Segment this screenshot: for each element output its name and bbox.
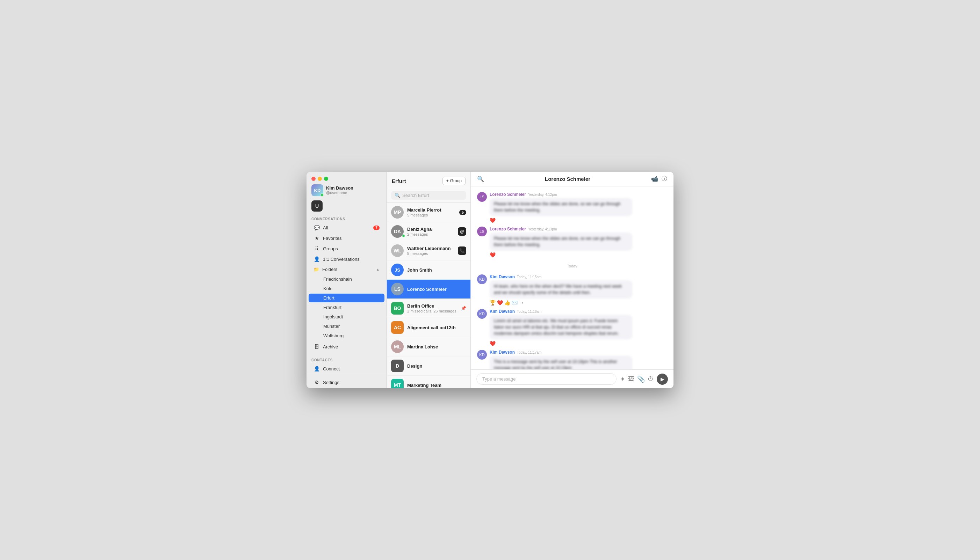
reaction-heart-3: ❤️ (497, 300, 503, 305)
folder-wolfsburg[interactable]: Wolfsburg (309, 331, 385, 340)
conv-info-lorenzo: Lorenzo Schmeler (407, 287, 466, 292)
berlin-pin-icon: 📌 (461, 306, 466, 311)
chat-search-icon[interactable]: 🔍 (477, 176, 484, 182)
conv-item-john[interactable]: JS John Smith (387, 260, 470, 280)
folders-chevron: ▲ (376, 267, 380, 271)
folder-friedrichshain[interactable]: Friedrichshain (309, 275, 385, 283)
folder-munster[interactable]: Münster (309, 322, 385, 331)
sidebar-item-settings[interactable]: ⚙ Settings (309, 377, 385, 387)
conv-item-design[interactable]: D Design (387, 357, 470, 376)
conversations-panel: Erfurt + Group 🔍 MP Marcella Pierrot 5 m… (387, 172, 471, 388)
maximize-button[interactable] (324, 177, 328, 181)
msg-avatar-kim2: KD (477, 309, 487, 319)
groups-icon: ⠿ (313, 246, 320, 252)
msg-avatar-kim3: KD (477, 350, 487, 360)
sidebar-item-favorites[interactable]: ★ Favorites (309, 233, 385, 243)
conv-item-alignment[interactable]: AC Alignment call oct12th (387, 318, 470, 337)
conv-name-marcella: Marcella Pierrot (407, 207, 456, 213)
conv-avatar-lorenzo: LS (391, 283, 404, 295)
msg-content-earlier2: Lorenzo Schmeler Yesterday, 4:13pm Pleas… (490, 227, 632, 258)
send-button[interactable]: ▶ (657, 373, 668, 385)
folders-icon: 📁 (313, 267, 319, 272)
msg-bubble-earlier: Please let me know when the slides are d… (490, 198, 632, 216)
sidebar-item-connect[interactable]: 👤 Connect (309, 364, 385, 373)
conv-avatar-marketing: MT (391, 379, 404, 388)
conv-name-deniz: Deniz Agha (407, 227, 454, 232)
conv-item-berlin[interactable]: BO Berlin Office 2 missed calls, 26 mess… (387, 299, 470, 318)
minimize-button[interactable] (318, 177, 322, 181)
msg-bubble-earlier2: Please let me know when the slides are d… (490, 233, 632, 251)
conv-info-design: Design (407, 363, 466, 369)
message-input[interactable] (477, 373, 617, 385)
msg-content-kim1: Kim Dawson Today, 11:15am Hi team, who h… (490, 274, 632, 305)
conv-info-marketing: Marketing Team (407, 383, 466, 388)
conv-icon-walther: 📞 (458, 247, 466, 255)
workspace-icon[interactable]: U (311, 200, 323, 212)
conv-name-martina: Martina Lohse (407, 344, 466, 350)
conv-item-lorenzo[interactable]: LS Lorenzo Schmeler (387, 280, 470, 299)
conv-item-deniz[interactable]: DA Deniz Agha 2 messages @ (387, 222, 470, 241)
sidebar-item-all[interactable]: 💬 All 7 (309, 223, 385, 233)
attachment-icon[interactable]: 📎 (637, 375, 645, 383)
chat-title: Lorenzo Schmeler (488, 176, 648, 182)
msg-author-kim3: Kim Dawson (490, 350, 515, 355)
groups-label: Groups (323, 246, 338, 252)
search-area: 🔍 (387, 188, 470, 203)
msg-time-kim1: Today, 11:15am (517, 275, 541, 279)
conv-sub-deniz: 2 messages (407, 232, 454, 237)
conv-item-martina[interactable]: ML Martina Lohse (387, 337, 470, 357)
msg-avatar-kim1: KD (477, 274, 487, 284)
all-icon: 💬 (313, 225, 320, 230)
day-divider: Today (477, 261, 667, 271)
conv-item-marketing[interactable]: MT Marketing Team (387, 376, 470, 388)
folder-ingolstadt[interactable]: Ingolstadt (309, 312, 385, 321)
contacts-section-label: CONTACTS (306, 355, 386, 363)
archive-icon: 🗄 (313, 344, 320, 350)
messages-area: LS Lorenzo Schmeler Yesterday, 4:12pm Pl… (471, 187, 674, 369)
one-on-one-icon: 👤 (313, 256, 320, 262)
reaction-trophy: 🏆 (490, 300, 496, 305)
image-icon[interactable]: 🖼 (628, 375, 634, 383)
reaction-arrow: → (519, 300, 524, 305)
folder-frankfurt[interactable]: Frankfurt (309, 303, 385, 312)
all-badge: 7 (373, 225, 380, 230)
msg-bubble-kim3: This is a message sent by the self user … (490, 356, 632, 369)
user-info: Kim Dawson @username (326, 185, 353, 195)
msg-avatar-lorenzo-early2: LS (477, 227, 487, 237)
sparkle-icon[interactable]: ✦ (620, 375, 625, 383)
panel-header: Erfurt + Group (387, 172, 470, 188)
favorites-label: Favorites (323, 236, 341, 241)
conv-item-marcella[interactable]: MP Marcella Pierrot 5 messages 5 (387, 203, 470, 222)
chat-header: 🔍 Lorenzo Schmeler 📹 ⓘ (471, 172, 674, 187)
sidebar-item-one-on-one[interactable]: 👤 1:1 Conversations (309, 254, 385, 264)
sidebar-item-groups[interactable]: ⠿ Groups (309, 244, 385, 253)
conv-item-walther[interactable]: WL Walther Liebermann 5 messages 📞 (387, 241, 470, 260)
all-label: All (323, 225, 328, 230)
message-row-kim3: KD Kim Dawson Today, 11:17am This is a m… (477, 350, 667, 369)
conv-sub-walther: 5 messages (407, 252, 454, 255)
folders-label: Folders (322, 267, 337, 272)
info-button[interactable]: ⓘ (662, 175, 667, 183)
video-call-button[interactable]: 📹 (651, 176, 658, 182)
conv-info-deniz: Deniz Agha 2 messages (407, 227, 454, 237)
conv-avatar-design: D (391, 360, 404, 372)
message-row-kim1: KD Kim Dawson Today, 11:15am Hi team, wh… (477, 274, 667, 305)
folder-erfurt[interactable]: Erfurt (309, 293, 385, 302)
msg-author-earlier: Lorenzo Schmeler (490, 192, 526, 197)
conv-name-walther: Walther Liebermann (407, 246, 454, 251)
sidebar: KD Kim Dawson @username U CONVERSATIONS … (306, 172, 387, 388)
folders-header[interactable]: 📁 Folders ▲ (309, 265, 385, 274)
conv-icon-deniz: @ (458, 227, 466, 236)
add-group-button[interactable]: + Group (443, 177, 465, 185)
settings-label: Settings (323, 380, 339, 385)
msg-time-earlier: Yesterday, 4:12pm (528, 193, 557, 197)
search-input[interactable] (402, 193, 463, 198)
timer-icon[interactable]: ⏱ (648, 375, 654, 383)
conv-name-design: Design (407, 363, 466, 369)
sidebar-item-archive[interactable]: 🗄 Archive (309, 342, 385, 352)
msg-content-kim3: Kim Dawson Today, 11:17am This is a mess… (490, 350, 632, 369)
folder-koln[interactable]: Köln (309, 284, 385, 293)
conversation-list: MP Marcella Pierrot 5 messages 5 DA Deni… (387, 203, 470, 388)
sidebar-item-support[interactable]: ⓘ Support (309, 388, 385, 388)
close-button[interactable] (311, 177, 316, 181)
